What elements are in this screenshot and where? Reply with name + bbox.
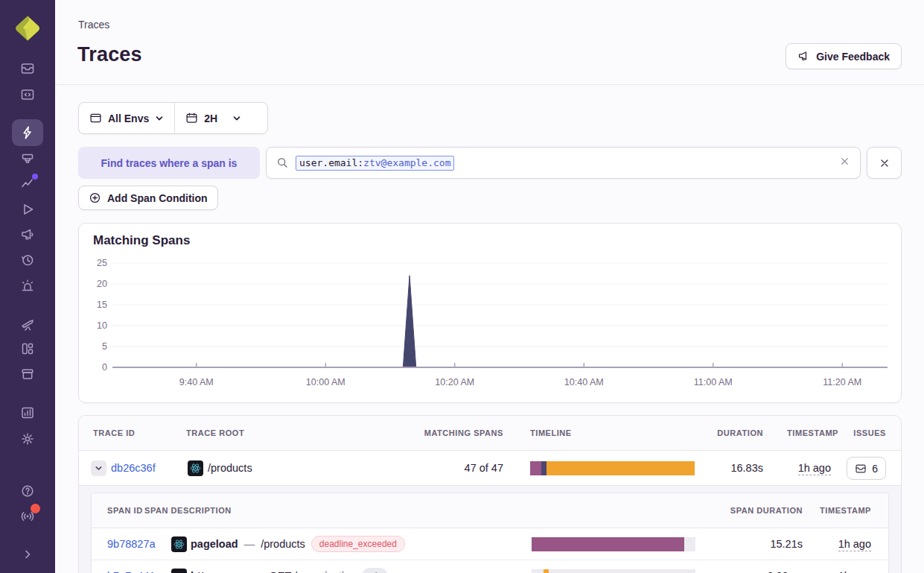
- clock-history-icon: [20, 253, 35, 267]
- span-status-badge: ok: [362, 568, 388, 573]
- close-icon: [879, 157, 890, 169]
- svg-text:10:20 AM: 10:20 AM: [435, 377, 474, 387]
- sidebar-item-stats[interactable]: [20, 405, 35, 420]
- breadcrumb[interactable]: Traces: [78, 19, 109, 31]
- col-span-description: Span Description: [144, 506, 232, 515]
- span-duration: 15.21s: [770, 538, 803, 550]
- separator-dash: —: [252, 570, 264, 573]
- bar-chart-icon: [20, 405, 35, 420]
- give-feedback-button[interactable]: Give Feedback: [786, 43, 902, 69]
- col-matching-spans: Matching Spans: [424, 428, 503, 437]
- svg-text:0: 0: [102, 362, 107, 373]
- token-key: user.email:: [299, 157, 363, 168]
- col-issues: Issues: [853, 428, 886, 437]
- search-icon: [276, 156, 289, 169]
- span-id-link[interactable]: 9b78827a: [107, 538, 156, 550]
- col-trace-id: Trace ID: [93, 428, 135, 437]
- span-timestamp[interactable]: 1h ago: [838, 570, 871, 573]
- app-logo[interactable]: [13, 13, 42, 43]
- trace-row: db26c36f /products 47 of 47 16.83s 1h ag…: [79, 451, 901, 486]
- col-timestamp: Timestamp: [787, 428, 838, 437]
- sidebar-item-alerts[interactable]: [20, 278, 35, 293]
- sidebar-item-releases[interactable]: [20, 367, 35, 382]
- sidebar-item-explore[interactable]: [20, 125, 35, 140]
- siren-icon: [20, 278, 35, 293]
- sidebar-item-announcements[interactable]: [20, 227, 35, 242]
- remove-condition-button[interactable]: [867, 147, 902, 179]
- span-id-link[interactable]: b7a7e441: [107, 570, 156, 573]
- matching-spans-chart[interactable]: 05101520259:40 AM10:00 AM10:20 AM10:40 A…: [79, 253, 902, 402]
- span-timeline-bar[interactable]: [532, 537, 695, 551]
- svg-text:11:00 AM: 11:00 AM: [694, 377, 733, 387]
- spans-table-header: Span ID Span Description Span Duration T…: [92, 493, 888, 528]
- spans-table: Span ID Span Description Span Duration T…: [91, 493, 889, 573]
- svg-text:10:40 AM: 10:40 AM: [564, 377, 604, 387]
- span-description: pageload — /products deadline_exceeded: [191, 528, 405, 560]
- issues-count: 6: [872, 463, 878, 475]
- trace-duration: 16.83s: [730, 462, 763, 474]
- sidebar-item-insights[interactable]: [20, 151, 35, 165]
- chevron-down-icon: [95, 464, 103, 472]
- trace-issues-button[interactable]: 6: [847, 457, 886, 480]
- traces-table: Trace ID Trace Root Matching Spans Timel…: [78, 415, 902, 573]
- sidebar-item-replays[interactable]: [20, 202, 35, 217]
- col-span-id: Span ID: [107, 506, 143, 515]
- notification-dot-purple: [32, 174, 38, 180]
- col-span-timestamp: Timestamp: [820, 506, 871, 515]
- sidebar: [0, 0, 55, 573]
- sidebar-item-settings[interactable]: [20, 431, 35, 446]
- sidebar-item-help[interactable]: [20, 484, 35, 498]
- environment-selector[interactable]: All Envs: [79, 103, 174, 133]
- expand-trace-button[interactable]: [91, 460, 106, 476]
- clear-icon: [839, 156, 850, 167]
- span-row: b7a7e441 {} http.server — GET /organizat…: [92, 560, 888, 573]
- svg-text:10:00 AM: 10:00 AM: [306, 377, 345, 387]
- span-target: /products: [261, 538, 305, 550]
- span-status-badge: deadline_exceeded: [311, 536, 405, 552]
- trace-root: /products: [208, 462, 252, 474]
- sidebar-item-issues[interactable]: [20, 61, 35, 76]
- matching-spans-count: 47 of 47: [465, 462, 503, 474]
- give-feedback-label: Give Feedback: [816, 51, 890, 63]
- svg-text:11:20 AM: 11:20 AM: [823, 377, 861, 387]
- sidebar-item-projects[interactable]: [20, 87, 35, 102]
- span-timeline-bar[interactable]: [532, 569, 695, 573]
- col-span-duration: Span Duration: [730, 506, 803, 515]
- sidebar-collapse-toggle[interactable]: [20, 547, 35, 562]
- play-icon: [20, 202, 35, 217]
- chevron-right-icon: [20, 547, 35, 562]
- svg-text:10: 10: [97, 320, 107, 331]
- header-divider: [55, 84, 924, 85]
- trace-timestamp[interactable]: 1h ago: [798, 462, 831, 474]
- svg-text:9:40 AM: 9:40 AM: [179, 377, 214, 387]
- projector-icon: [20, 151, 35, 165]
- svg-text:5: 5: [102, 341, 107, 352]
- sidebar-item-history[interactable]: [20, 253, 35, 267]
- svg-text:15: 15: [97, 300, 107, 310]
- code-platform-icon: {}: [171, 569, 187, 573]
- issues-icon: [855, 463, 867, 475]
- span-operation: pageload: [191, 538, 238, 550]
- trace-id-link[interactable]: db26c36f: [111, 462, 156, 474]
- megaphone-icon: [20, 227, 35, 242]
- telescope-icon: [20, 317, 35, 332]
- trace-timeline-bar[interactable]: [530, 461, 695, 475]
- add-span-condition-button[interactable]: Add Span Condition: [78, 186, 218, 210]
- clear-search-button[interactable]: [839, 156, 850, 170]
- megaphone-icon: [797, 50, 810, 63]
- help-icon: [20, 484, 35, 498]
- matching-spans-panel: Matching Spans 05101520259:40 AM10:00 AM…: [78, 223, 902, 403]
- date-range-value: 2H: [204, 113, 217, 124]
- sidebar-item-dashboards[interactable]: [20, 341, 35, 356]
- page-title: Traces: [77, 43, 142, 66]
- span-target: GET /organization: [269, 570, 356, 573]
- sidebar-item-discover[interactable]: [20, 317, 35, 332]
- span-search-input[interactable]: user.email:ztv@example.com: [266, 147, 861, 179]
- plus-circle-icon: [89, 191, 101, 204]
- search-token[interactable]: user.email:ztv@example.com: [296, 156, 454, 171]
- date-range-selector[interactable]: 2H: [175, 103, 252, 133]
- span-timestamp[interactable]: 1h ago: [838, 538, 871, 550]
- environment-value: All Envs: [108, 113, 149, 124]
- react-platform-icon: [188, 460, 203, 476]
- add-span-condition-label: Add Span Condition: [107, 192, 208, 204]
